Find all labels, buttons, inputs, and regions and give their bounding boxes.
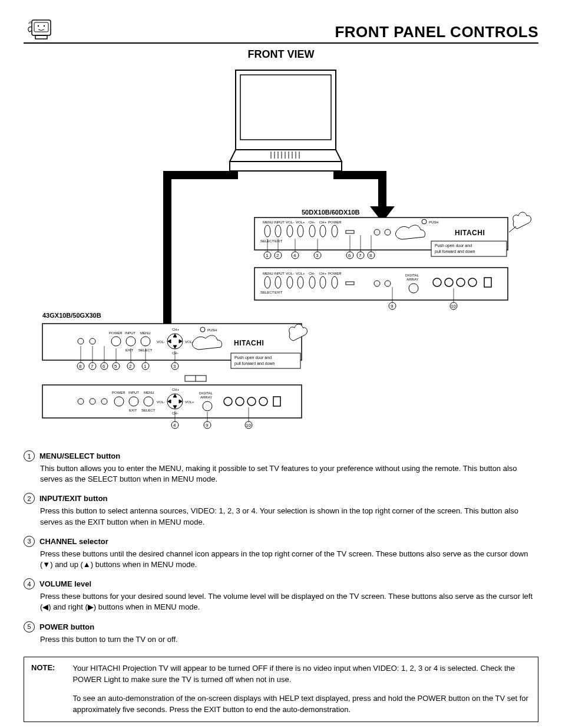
front-panel-diagram: 50DX10B/60DX10B MENU INPUT VOL- VOL+ CH-… bbox=[31, 64, 531, 443]
svg-text:VOL-: VOL- bbox=[286, 220, 294, 224]
hand-icon-2 bbox=[509, 212, 531, 232]
svg-text:6: 6 bbox=[348, 253, 351, 258]
item-title: POWER button bbox=[39, 622, 94, 631]
svg-text:2: 2 bbox=[276, 253, 279, 258]
svg-text:POWER: POWER bbox=[112, 391, 125, 394]
svg-rect-4 bbox=[35, 35, 47, 39]
item-body: Press this button to turn the TV on or o… bbox=[40, 634, 538, 645]
svg-point-2 bbox=[38, 25, 39, 27]
svg-text:HITACHI: HITACHI bbox=[234, 339, 264, 347]
svg-text:4: 4 bbox=[293, 253, 296, 258]
svg-text:ARRAY: ARRAY bbox=[406, 278, 418, 281]
svg-text:VOL-: VOL- bbox=[157, 400, 165, 404]
item-number: 2 bbox=[24, 493, 35, 504]
svg-text:EXIT: EXIT bbox=[129, 409, 137, 412]
svg-text:1: 1 bbox=[144, 364, 147, 369]
svg-text:pull forward and down: pull forward and down bbox=[435, 249, 475, 254]
item-volume-level: 4 VOLUME level Press these buttons for y… bbox=[24, 578, 538, 612]
svg-text:9: 9 bbox=[391, 304, 394, 309]
svg-text:Push open door and: Push open door and bbox=[435, 243, 472, 248]
model-label-1: 50DX10B/60DX10B bbox=[302, 209, 360, 216]
item-menu-select: 1 MENU/SELECT button This button allows … bbox=[24, 450, 538, 485]
svg-text:3: 3 bbox=[173, 364, 176, 369]
item-power-button: 5 POWER button Press this button to turn… bbox=[24, 621, 538, 645]
svg-text:INPUT: INPUT bbox=[125, 331, 135, 335]
svg-text:POWER: POWER bbox=[109, 331, 123, 335]
note-paragraph-1: Your HITACHI Projection TV will appear t… bbox=[72, 663, 531, 686]
svg-text:pull forward and down: pull forward and down bbox=[234, 361, 275, 366]
svg-text:7: 7 bbox=[91, 364, 94, 369]
svg-text:VOL-: VOL- bbox=[157, 340, 165, 344]
item-title: MENU/SELECT button bbox=[39, 452, 120, 460]
svg-text:10: 10 bbox=[246, 423, 251, 428]
svg-text:MENU: MENU bbox=[140, 331, 151, 335]
svg-text:INPUT: INPUT bbox=[128, 391, 139, 394]
panel-dx-closed: MENU INPUT VOL- VOL+ CH- CH+ POWER SELEC… bbox=[254, 218, 508, 259]
svg-text:MENU: MENU bbox=[263, 220, 273, 224]
item-number: 4 bbox=[24, 578, 35, 589]
item-body: Press these buttons for your desired sou… bbox=[40, 591, 538, 612]
brand-label: HITACHI bbox=[455, 229, 485, 237]
note-box: NOTE: Your HITACHI Projection TV will ap… bbox=[24, 657, 538, 722]
svg-rect-24 bbox=[378, 171, 386, 206]
svg-text:1: 1 bbox=[266, 253, 269, 258]
svg-text:SELECT: SELECT bbox=[260, 291, 275, 294]
svg-text:CH+: CH+ bbox=[172, 328, 180, 331]
item-number: 5 bbox=[24, 621, 35, 633]
panel-gx-open: POWER INPUT MENU EXIT SELECT CH+ CH- VOL… bbox=[42, 385, 302, 429]
svg-marker-7 bbox=[230, 150, 342, 162]
svg-text:DIGITAL: DIGITAL bbox=[199, 391, 213, 395]
svg-text:POWER: POWER bbox=[328, 272, 342, 275]
svg-text:MENU: MENU bbox=[263, 272, 273, 275]
svg-rect-6 bbox=[240, 75, 331, 140]
item-body: Press this button to select antenna sour… bbox=[40, 506, 538, 527]
svg-text:INPUT: INPUT bbox=[274, 220, 285, 224]
item-body: This button allows you to enter the MENU… bbox=[40, 463, 538, 485]
front-view-heading: FRONT VIEW bbox=[24, 48, 538, 61]
svg-text:9: 9 bbox=[206, 423, 209, 428]
svg-rect-8 bbox=[230, 162, 342, 171]
svg-text:CH+: CH+ bbox=[172, 388, 180, 391]
svg-text:VOL+: VOL+ bbox=[296, 272, 305, 275]
note-paragraph-2: To see an auto-demonstration of the on-s… bbox=[72, 693, 531, 716]
svg-text:7: 7 bbox=[359, 253, 362, 258]
item-input-exit: 2 INPUT/EXIT button Press this button to… bbox=[24, 493, 538, 527]
controls-list: 1 MENU/SELECT button This button allows … bbox=[24, 450, 538, 645]
svg-text:VOL-: VOL- bbox=[286, 272, 294, 275]
svg-text:DIGITAL: DIGITAL bbox=[405, 274, 419, 277]
svg-text:POWER: POWER bbox=[328, 220, 342, 224]
tv-mascot-icon bbox=[24, 18, 54, 41]
item-channel-selector: 3 CHANNEL selector Press these buttons u… bbox=[24, 536, 538, 570]
page-title: FRONT PANEL CONTROLS bbox=[335, 23, 538, 41]
svg-text:ARRAY: ARRAY bbox=[200, 396, 212, 399]
svg-rect-20 bbox=[163, 171, 171, 330]
page-header: FRONT PANEL CONTROLS bbox=[24, 18, 538, 44]
note-label: NOTE: bbox=[31, 663, 55, 716]
svg-text:VOL+: VOL+ bbox=[185, 400, 194, 404]
svg-text:MENU: MENU bbox=[144, 391, 154, 394]
svg-text:8: 8 bbox=[369, 253, 372, 258]
svg-rect-19 bbox=[163, 171, 238, 179]
item-title: INPUT/EXIT button bbox=[39, 494, 108, 503]
svg-point-3 bbox=[44, 25, 45, 27]
svg-text:8: 8 bbox=[79, 364, 82, 369]
svg-text:6: 6 bbox=[103, 364, 105, 369]
panel-dx-open: MENU INPUT VOL- VOL+ CH- CH+ POWER SELEC… bbox=[254, 268, 508, 309]
svg-text:CH+: CH+ bbox=[319, 272, 327, 275]
tv-illustration bbox=[230, 70, 342, 171]
svg-text:EXIT: EXIT bbox=[275, 239, 283, 243]
model-label-2: 43GX10B/50GX30B bbox=[42, 312, 101, 319]
svg-text:CH-: CH- bbox=[309, 272, 315, 275]
svg-text:10: 10 bbox=[451, 304, 456, 309]
svg-text:5: 5 bbox=[114, 364, 117, 369]
svg-text:PUSH: PUSH bbox=[429, 220, 439, 224]
svg-text:4: 4 bbox=[173, 423, 176, 428]
svg-text:SELECT: SELECT bbox=[141, 409, 156, 412]
item-body: Press these buttons until the desired ch… bbox=[40, 549, 538, 570]
item-number: 1 bbox=[24, 450, 35, 462]
svg-text:CH+: CH+ bbox=[319, 220, 327, 224]
item-title: VOLUME level bbox=[39, 579, 91, 588]
svg-text:3: 3 bbox=[316, 253, 319, 258]
svg-text:INPUT: INPUT bbox=[274, 272, 285, 275]
svg-text:EXIT: EXIT bbox=[275, 291, 283, 294]
